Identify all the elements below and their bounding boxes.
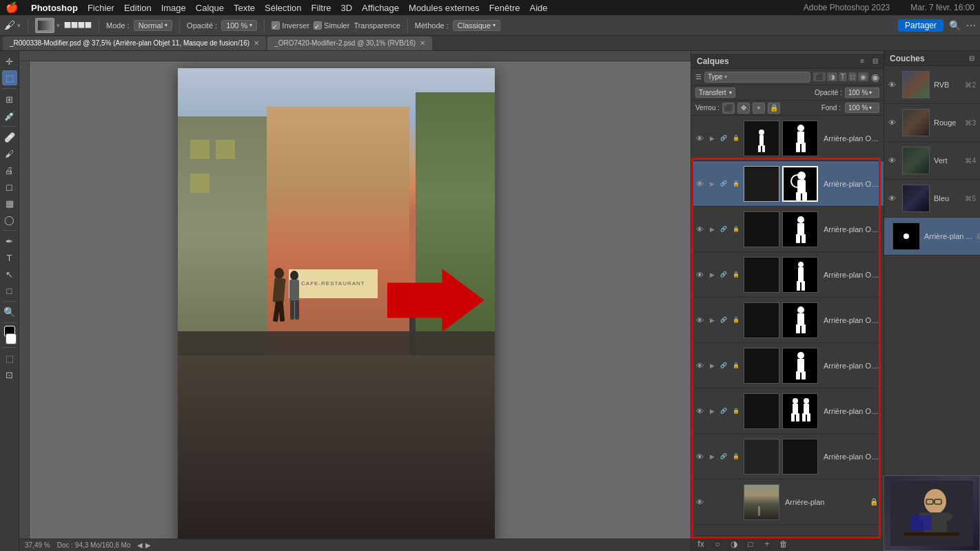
adj-filter-icon[interactable]: ◑ — [827, 72, 837, 81]
menu-affichage[interactable]: Affichage — [362, 3, 399, 13]
menu-image[interactable]: Image — [161, 3, 186, 13]
layer-10-lock[interactable]: 🔒 — [731, 134, 741, 143]
tab-2-close[interactable]: ✕ — [420, 39, 425, 47]
more-icon[interactable]: ⋯ — [966, 20, 976, 31]
layer-item-13[interactable]: 👁 ▶ 🔗 🔒 Arrière-plan Objet 13 — [691, 252, 884, 298]
brush-tool[interactable]: 🖌 — [2, 146, 17, 161]
layer-13-eye[interactable]: 👁 — [694, 269, 705, 280]
layers-panel-collapse-icon[interactable]: ⊟ — [872, 57, 878, 65]
shape-tool[interactable]: □ — [2, 283, 17, 298]
smart-filter-icon[interactable]: ◉ — [858, 72, 868, 81]
layer-14-link[interactable]: 🔗 — [719, 315, 728, 325]
brush-options-icon[interactable]: 🖌 ▾ — [4, 19, 21, 32]
layer-11-lock[interactable]: 🔒 — [731, 179, 741, 189]
layer-16-link[interactable]: 🔗 — [719, 406, 728, 416]
layer-17-link[interactable]: 🔗 — [719, 452, 728, 461]
layers-panel-menu-icon[interactable]: ≡ — [860, 57, 864, 65]
channel-bleu[interactable]: 👁 Bleu ⌘5 — [884, 180, 980, 218]
layer-14-expand[interactable]: ▶ — [708, 316, 716, 324]
layer-10-eye[interactable]: 👁 — [694, 133, 705, 144]
layer-new-btn[interactable]: ＋ — [762, 539, 773, 550]
menu-fichier[interactable]: Fichier — [88, 3, 114, 13]
screen-mode-tool[interactable]: ⊡ — [2, 367, 17, 382]
lock-pixels-btn[interactable]: ⬛ — [722, 103, 735, 114]
lock-artboard-btn[interactable]: + — [753, 103, 765, 114]
menu-3d[interactable]: 3D — [340, 3, 352, 13]
filter-toggle-icon[interactable]: ◉ — [871, 72, 879, 83]
blending-mode-dropdown[interactable]: Transfert ▾ — [695, 87, 735, 98]
layers-list[interactable]: 👁 ▶ 🔗 🔒 — [691, 116, 884, 536]
share-button[interactable]: Partager — [898, 19, 943, 32]
layer-11-link[interactable]: 🔗 — [719, 179, 728, 189]
layer-13-link[interactable]: 🔗 — [719, 270, 728, 280]
layer-12-eye[interactable]: 👁 — [694, 224, 705, 235]
channel-rvb-eye[interactable]: 👁 — [888, 81, 898, 89]
layer-bg-expand[interactable] — [708, 498, 716, 506]
gradient-tool[interactable]: ▦ — [2, 196, 17, 211]
move-tool[interactable]: ✛ — [2, 54, 17, 69]
layer-group-btn[interactable]: □ — [745, 539, 756, 550]
path-select-tool[interactable]: ↖ — [2, 267, 17, 282]
menu-aide[interactable]: Aide — [529, 3, 547, 13]
selection-tool[interactable]: ⬚ — [2, 70, 17, 85]
invert-checkbox[interactable]: ✓ Inverser — [272, 21, 309, 30]
channel-vert[interactable]: 👁 Vert ⌘4 — [884, 142, 980, 180]
method-dropdown[interactable]: Classique ▾ — [453, 20, 500, 31]
channel-rouge-eye[interactable]: 👁 — [888, 118, 898, 127]
nav-arrow-left[interactable]: ◀ — [137, 541, 143, 549]
layer-17-eye[interactable]: 👁 — [694, 451, 705, 462]
layer-17-expand[interactable]: ▶ — [708, 453, 716, 461]
layer-13-expand[interactable]: ▶ — [708, 271, 716, 279]
channel-arriere-plan[interactable]: Arrière-plan ... & — [884, 218, 980, 256]
layer-16-expand[interactable]: ▶ — [708, 407, 716, 415]
layer-item-17[interactable]: 👁 ▶ 🔗 🔒 Arrière-plan Objet 17 — [691, 434, 884, 479]
layer-15-expand[interactable]: ▶ — [708, 362, 716, 370]
healing-tool[interactable]: 🩹 — [2, 129, 17, 145]
layer-11-expand[interactable]: ▶ — [708, 180, 716, 188]
layer-mask-btn[interactable]: ○ — [712, 539, 723, 550]
channel-vert-eye[interactable]: 👁 — [888, 156, 898, 165]
layer-item-background[interactable]: 👁 Arrière-plan 🔒 — [691, 479, 884, 525]
layer-item-12[interactable]: 👁 ▶ 🔗 🔒 Arrière-plan Objet 12 — [691, 207, 884, 252]
menu-modules[interactable]: Modules externes — [409, 3, 480, 13]
layer-13-lock[interactable]: 🔒 — [731, 270, 741, 280]
opacity-dropdown[interactable]: 100 % ▾ — [845, 87, 879, 98]
lock-position-btn[interactable]: ✥ — [737, 103, 750, 114]
menu-texte[interactable]: Texte — [234, 3, 255, 13]
tab-1[interactable]: _R000338-Modifier.psd @ 37,5% (Arrière-p… — [3, 37, 266, 50]
quick-mask-tool[interactable]: ⬚ — [2, 351, 17, 366]
invert-cb-box[interactable]: ✓ — [272, 21, 280, 30]
layer-14-lock[interactable]: 🔒 — [731, 315, 741, 325]
layer-16-lock[interactable]: 🔒 — [731, 406, 741, 416]
layer-15-link[interactable]: 🔗 — [719, 361, 728, 371]
pixel-filter-icon[interactable]: ⬛ — [813, 72, 826, 81]
layer-bg-link[interactable] — [719, 497, 728, 507]
channels-collapse-icon[interactable]: ⊟ — [969, 54, 974, 62]
tab-1-close[interactable]: ✕ — [254, 39, 259, 47]
layer-10-link[interactable]: 🔗 — [719, 134, 728, 143]
menu-fenetre[interactable]: Fenêtre — [489, 3, 520, 13]
zoom-tool[interactable]: 🔍 — [2, 304, 17, 320]
layer-12-lock[interactable]: 🔒 — [731, 225, 741, 234]
text-filter-icon[interactable]: T — [839, 72, 847, 81]
layer-15-eye[interactable]: 👁 — [694, 360, 705, 371]
layer-item-16[interactable]: 👁 ▶ 🔗 🔒 — [691, 388, 884, 434]
layer-type-filter[interactable]: Type ▾ — [704, 72, 810, 83]
shape-filter-icon[interactable]: □ — [848, 72, 857, 81]
layer-11-eye[interactable]: 👁 — [694, 178, 705, 189]
layer-item-11[interactable]: 👁 ▶ 🔗 🔒 — [691, 161, 884, 207]
menu-selection[interactable]: Sélection — [265, 3, 301, 13]
pen-tool[interactable]: ✒ — [2, 233, 17, 249]
simulate-checkbox[interactable]: ✓ Simuler — [314, 21, 349, 30]
layer-16-eye[interactable]: 👁 — [694, 406, 705, 417]
layer-12-expand[interactable]: ▶ — [708, 225, 716, 233]
layer-item-10[interactable]: 👁 ▶ 🔗 🔒 — [691, 116, 884, 161]
channel-rvb[interactable]: 👁 RVB ⌘2 — [884, 66, 980, 104]
layer-bg-eye[interactable]: 👁 — [694, 497, 705, 508]
channel-rouge[interactable]: 👁 Rouge ⌘3 — [884, 104, 980, 142]
crop-tool[interactable]: ⊞ — [2, 92, 17, 107]
layer-item-15[interactable]: 👁 ▶ 🔗 🔒 Arrière-plan Objet 15 — [691, 343, 884, 388]
menu-calque[interactable]: Calque — [196, 3, 224, 13]
layer-bg-lock[interactable] — [731, 497, 741, 507]
menu-filtre[interactable]: Filtre — [312, 3, 331, 13]
